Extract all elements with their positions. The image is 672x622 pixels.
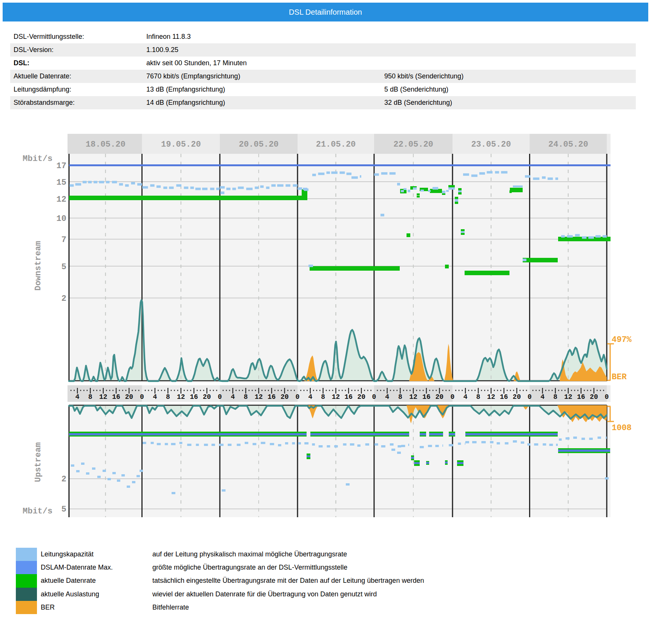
svg-text:16: 16 (112, 393, 120, 401)
svg-text:5: 5 (61, 505, 66, 514)
svg-text:23.05.20: 23.05.20 (471, 140, 511, 149)
svg-text:Mbit/s: Mbit/s (23, 507, 52, 516)
svg-text:8: 8 (244, 393, 248, 401)
svg-text:12: 12 (255, 393, 263, 401)
svg-text:4: 4 (75, 393, 80, 401)
svg-text:8: 8 (553, 393, 557, 401)
svg-text:20: 20 (435, 393, 443, 401)
svg-text:12: 12 (564, 393, 572, 401)
svg-text:16: 16 (500, 393, 508, 401)
svg-text:16: 16 (190, 393, 198, 401)
svg-text:8: 8 (321, 393, 325, 401)
svg-text:17: 17 (57, 161, 66, 171)
svg-text:0: 0 (451, 393, 455, 401)
svg-text:BER: BER (612, 372, 627, 382)
svg-text:12: 12 (332, 393, 340, 401)
svg-text:16: 16 (577, 393, 585, 401)
svg-text:24.05.20: 24.05.20 (548, 140, 588, 149)
svg-text:12: 12 (99, 393, 107, 401)
svg-text:20: 20 (281, 393, 289, 401)
svg-text:20: 20 (125, 393, 133, 401)
svg-text:Mbit/s: Mbit/s (23, 154, 52, 164)
svg-text:4: 4 (385, 393, 389, 401)
svg-text:8: 8 (398, 393, 402, 401)
svg-text:0: 0 (296, 393, 300, 401)
svg-text:22.05.20: 22.05.20 (393, 140, 433, 149)
svg-text:1008: 1008 (612, 423, 632, 433)
svg-text:0: 0 (372, 393, 376, 401)
svg-text:4: 4 (463, 393, 468, 401)
svg-text:Downstream: Downstream (34, 241, 43, 291)
svg-text:5: 5 (61, 262, 66, 272)
svg-text:7: 7 (61, 235, 66, 245)
svg-text:12: 12 (177, 393, 185, 401)
svg-text:15: 15 (57, 178, 66, 187)
svg-text:0: 0 (140, 393, 144, 401)
svg-text:16: 16 (344, 393, 353, 401)
svg-text:4: 4 (153, 393, 157, 401)
svg-text:16: 16 (422, 393, 431, 401)
svg-text:0: 0 (528, 393, 532, 401)
svg-text:0: 0 (605, 393, 609, 401)
svg-text:12: 12 (487, 393, 495, 401)
svg-text:2: 2 (61, 294, 66, 303)
svg-text:20.05.20: 20.05.20 (239, 140, 279, 149)
svg-text:21.05.20: 21.05.20 (316, 140, 356, 149)
svg-text:12: 12 (409, 393, 417, 401)
svg-text:497%: 497% (612, 335, 632, 345)
svg-text:4: 4 (308, 393, 312, 401)
svg-text:20: 20 (203, 393, 211, 401)
svg-text:12: 12 (57, 195, 66, 204)
svg-text:2: 2 (61, 475, 66, 484)
svg-text:8: 8 (88, 393, 92, 401)
svg-text:8: 8 (476, 393, 480, 401)
svg-text:Upstream: Upstream (34, 442, 43, 482)
svg-text:20: 20 (357, 393, 365, 401)
svg-text:16: 16 (267, 393, 276, 401)
svg-text:10: 10 (57, 214, 66, 224)
svg-text:0: 0 (218, 393, 222, 401)
svg-text:20: 20 (513, 393, 521, 401)
svg-text:19.05.20: 19.05.20 (161, 140, 201, 149)
svg-text:8: 8 (166, 393, 170, 401)
svg-text:20: 20 (590, 393, 598, 401)
svg-text:4: 4 (540, 393, 545, 401)
svg-text:4: 4 (231, 393, 235, 401)
svg-text:18.05.20: 18.05.20 (86, 140, 126, 149)
